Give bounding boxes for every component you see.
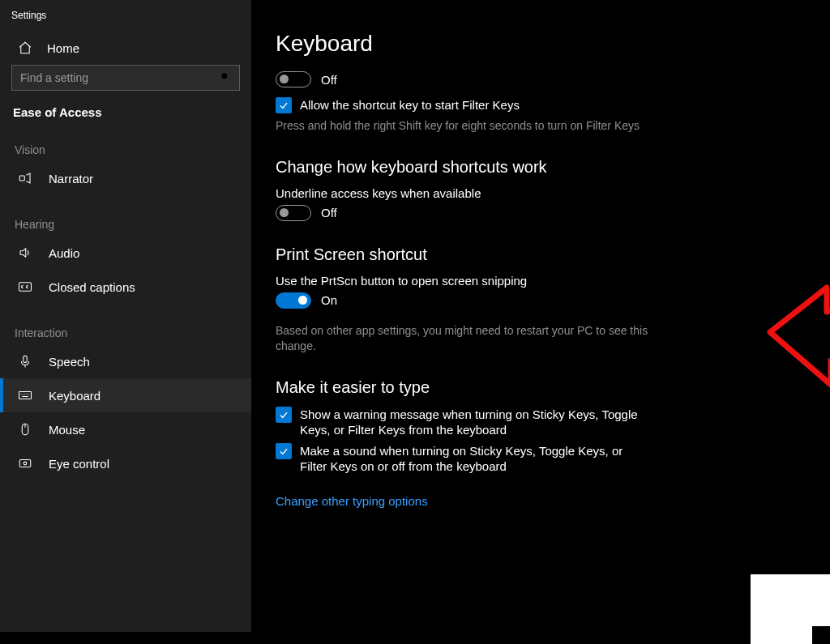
section-title-easier: Make it easier to type [276,378,806,397]
svg-rect-6 [19,460,31,467]
nav-label: Closed captions [49,280,135,294]
easier-check1-label: Show a warning message when turning on S… [300,407,640,438]
sidebar-item-narrator[interactable]: Narrator [0,161,251,195]
nav-label: Eye control [49,457,109,471]
corner-watermark [751,574,830,644]
nav-label: Mouse [49,423,85,437]
audio-icon [18,245,32,260]
main-panel: Keyboard Off Allow the shortcut key to s… [251,0,830,644]
svg-rect-2 [19,283,32,292]
svg-rect-1 [19,176,24,181]
sidebar-item-closed-captions[interactable]: Closed captions [0,270,251,304]
section-title-prtscn: Print Screen shortcut [276,245,806,264]
speech-icon [18,354,32,369]
underline-label: Underline access keys when available [276,186,806,200]
sidebar-item-keyboard[interactable]: Keyboard [0,378,251,412]
easier-check2-row: Make a sound when turning on Sticky Keys… [276,443,806,475]
filter-keys-toggle[interactable] [276,71,311,87]
group-label-vision: Vision [0,137,251,161]
prtscn-desc: Use the PrtScn button to open screen sni… [276,274,806,288]
nav-label: Speech [49,355,90,369]
page-title: Keyboard [276,31,806,57]
section-title-shortcuts: Change how keyboard shortcuts work [276,158,806,177]
search-input-container[interactable] [11,65,240,91]
svg-point-0 [221,73,227,79]
easier-check2-label: Make a sound when turning on Sticky Keys… [300,443,640,475]
nav-label: Audio [49,246,79,260]
allow-shortcut-label: Allow the shortcut key to start Filter K… [300,97,520,113]
eye-icon [18,456,32,471]
group-label-interaction: Interaction [0,320,251,344]
mouse-icon [18,422,32,437]
annotation-arrow-icon [758,271,830,393]
sidebar-item-home[interactable]: Home [0,32,251,65]
sidebar-item-eye-control[interactable]: Eye control [0,446,251,480]
filter-keys-toggle-row: Off [276,71,806,87]
nav-label: Narrator [49,172,93,186]
svg-rect-4 [19,392,32,399]
narrator-icon [18,171,32,186]
svg-point-7 [24,462,27,465]
sidebar-item-speech[interactable]: Speech [0,344,251,378]
category-title: Ease of Access [0,100,251,137]
nav-label: Keyboard [49,389,101,403]
search-wrap [0,65,251,100]
cc-icon [18,279,32,294]
settings-window: Settings Home Ease of Access Vision Narr… [0,0,830,644]
keyboard-icon [18,388,32,403]
home-icon [18,41,32,55]
toggle-state-label: Off [321,206,337,220]
prtscn-toggle[interactable] [276,292,311,309]
sidebar-item-audio[interactable]: Audio [0,236,251,270]
group-label-hearing: Hearing [0,211,251,236]
search-icon [220,71,231,85]
svg-rect-3 [24,356,28,362]
easier-check1[interactable] [276,407,292,423]
easier-check1-row: Show a warning message when turning on S… [276,407,806,438]
filter-keys-hint: Press and hold the right Shift key for e… [276,118,648,134]
allow-shortcut-checkbox[interactable] [276,97,292,113]
sidebar-item-mouse[interactable]: Mouse [0,412,251,446]
home-label: Home [47,41,79,55]
prtscn-hint: Based on other app settings, you might n… [276,323,648,354]
underline-toggle-row: Off [276,205,806,221]
easier-check2[interactable] [276,443,292,459]
prtscn-toggle-row: On [276,292,806,309]
toggle-state-label: Off [321,73,337,87]
allow-shortcut-row: Allow the shortcut key to start Filter K… [276,97,806,113]
sidebar: Settings Home Ease of Access Vision Narr… [0,0,251,632]
search-input[interactable] [20,71,220,84]
toggle-state-label: On [321,293,337,307]
link-other-typing[interactable]: Change other typing options [276,494,428,508]
window-title: Settings [0,5,251,32]
underline-toggle[interactable] [276,205,311,221]
